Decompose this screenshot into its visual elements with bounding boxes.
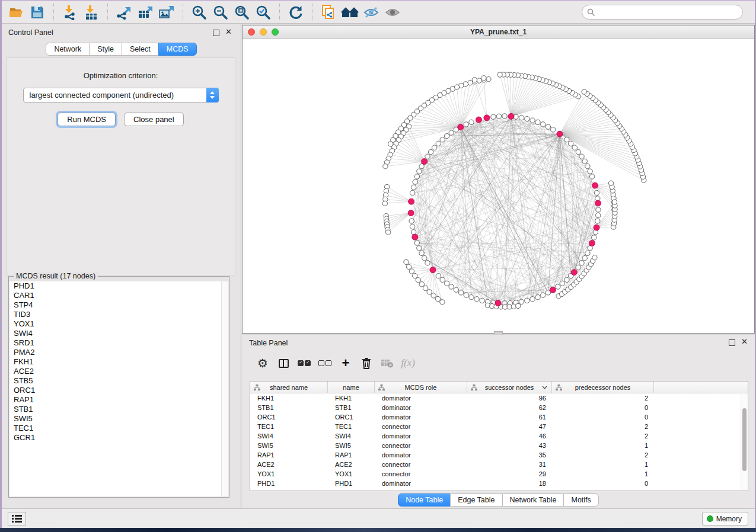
selected-option: largest connected component (undirected) xyxy=(24,91,206,100)
table-row[interactable]: YOX1YOX1connector291 xyxy=(250,469,748,479)
table-scrollbar-thumb[interactable] xyxy=(742,408,747,471)
cell-predecessor-nodes: 2 xyxy=(552,432,654,440)
cell-MCDS-role: connector xyxy=(375,442,467,449)
column-header-successor-nodes[interactable]: successor nodes xyxy=(467,382,552,393)
select-all-icon[interactable] xyxy=(296,355,312,371)
table-settings-gear-icon[interactable]: ⚙ xyxy=(255,355,270,371)
zoom-fit-icon[interactable] xyxy=(232,3,251,22)
float-table-panel-icon[interactable] xyxy=(729,339,735,346)
mcds-result-item[interactable]: CAR1 xyxy=(9,291,228,300)
search-input[interactable] xyxy=(595,8,738,17)
memory-button[interactable]: Memory xyxy=(702,512,748,525)
tab-network[interactable]: Network xyxy=(46,43,90,56)
mcds-list-scrollbar[interactable] xyxy=(221,281,228,496)
export-table-icon[interactable] xyxy=(136,3,155,22)
table-row[interactable]: SWI5SWI5connector431 xyxy=(250,441,748,450)
cell-name: SWI4 xyxy=(328,432,375,440)
mcds-result-list[interactable]: PHD1CAR1STP4TID3YOX1SWI4SRD1PMA2FKH1ACE2… xyxy=(9,281,228,496)
cell-shared-name: YOX1 xyxy=(250,470,328,477)
mcds-result-item[interactable]: SWI5 xyxy=(9,414,228,424)
tab-motifs[interactable]: Motifs xyxy=(563,493,598,507)
mcds-result-item[interactable]: ACE2 xyxy=(9,367,228,376)
column-header-name[interactable]: name xyxy=(328,382,375,393)
optimization-criterion-select[interactable]: largest connected component (undirected) xyxy=(23,88,219,102)
import-table-icon[interactable] xyxy=(82,3,101,22)
table-scrollbar[interactable] xyxy=(741,394,747,490)
table-row[interactable]: STB1STB1dominator620 xyxy=(250,403,748,412)
zoom-in-icon[interactable] xyxy=(190,3,209,22)
tab-select[interactable]: Select xyxy=(122,43,159,56)
window-edge-top xyxy=(0,0,756,1)
tab-network-table[interactable]: Network Table xyxy=(502,493,564,507)
hide-selected-icon[interactable] xyxy=(362,3,381,22)
table-row[interactable]: TEC1TEC1connector472 xyxy=(250,422,748,431)
save-session-icon[interactable] xyxy=(28,3,47,22)
network-canvas[interactable] xyxy=(243,39,754,333)
toolbar-separator xyxy=(53,4,54,21)
mcds-result-item[interactable]: SRD1 xyxy=(9,338,228,348)
float-panel-icon[interactable] xyxy=(213,30,219,36)
show-columns-icon[interactable] xyxy=(276,355,291,371)
table-row[interactable]: ACE2ACE2connector311 xyxy=(250,460,748,469)
mcds-result-item[interactable]: TEC1 xyxy=(9,424,228,433)
export-image-icon[interactable] xyxy=(157,3,176,22)
cell-MCDS-role: connector xyxy=(375,470,467,477)
tab-style[interactable]: Style xyxy=(89,43,122,56)
mcds-result-item[interactable]: PMA2 xyxy=(9,348,228,357)
tab-mcds[interactable]: MCDS xyxy=(158,43,197,56)
task-history-icon[interactable] xyxy=(8,512,26,525)
mcds-result-item[interactable]: FKH1 xyxy=(9,357,228,367)
network-window-titlebar[interactable]: YPA_prune.txt_1 xyxy=(243,25,754,39)
search-field[interactable] xyxy=(582,5,743,20)
add-column-icon[interactable]: + xyxy=(338,355,353,371)
mcds-result-item[interactable]: STP4 xyxy=(9,300,228,310)
show-all-icon[interactable] xyxy=(383,3,402,22)
memory-status-icon xyxy=(707,515,713,522)
zoom-selected-icon[interactable] xyxy=(254,3,273,22)
cell-shared-name: PHD1 xyxy=(250,480,328,487)
column-header-shared-name[interactable]: shared name xyxy=(250,382,328,393)
mcds-result-item[interactable]: STB1 xyxy=(9,405,228,414)
table-panel-title: Table Panel xyxy=(249,339,288,347)
deselect-all-icon[interactable] xyxy=(317,355,333,371)
close-table-panel-icon[interactable]: ✕ xyxy=(741,338,748,346)
mcds-result-item[interactable]: STB5 xyxy=(9,376,228,386)
import-network-icon[interactable] xyxy=(60,3,79,22)
select-stepper-icon xyxy=(206,88,219,102)
cell-name: FKH1 xyxy=(328,395,375,402)
column-header-MCDS-role[interactable]: MCDS role xyxy=(375,382,467,393)
column-header-predecessor-nodes[interactable]: predecessor nodes xyxy=(552,382,654,393)
table-row[interactable]: SWI4SWI4dominator462 xyxy=(250,431,748,441)
tab-node-table[interactable]: Node Table xyxy=(398,493,451,507)
copy-style-icon[interactable] xyxy=(319,3,338,22)
mcds-result-item[interactable]: YOX1 xyxy=(9,319,228,329)
main-toolbar xyxy=(2,1,755,24)
mcds-result-title: MCDS result (17 nodes) xyxy=(14,272,98,280)
mcds-result-item[interactable]: RAP1 xyxy=(9,395,228,405)
mcds-result-item[interactable]: SWI4 xyxy=(9,329,228,338)
mcds-result-item[interactable]: PHD1 xyxy=(9,281,228,291)
close-panel-button[interactable]: Close panel xyxy=(124,113,184,126)
mcds-result-item[interactable]: GCR1 xyxy=(9,433,228,443)
cell-successor-nodes: 43 xyxy=(467,442,552,449)
open-file-icon[interactable] xyxy=(7,3,25,22)
cell-MCDS-role: dominator xyxy=(375,451,467,459)
table-row[interactable]: PHD1PHD1dominator180 xyxy=(250,479,748,488)
refresh-layout-icon[interactable] xyxy=(286,3,305,22)
table-row[interactable]: ORC1ORC1dominator610 xyxy=(250,412,748,422)
delete-column-icon[interactable] xyxy=(359,355,374,371)
export-network-icon[interactable] xyxy=(114,3,133,22)
table-row[interactable]: FKH1FKH1dominator962 xyxy=(250,393,748,403)
table-row[interactable]: RAP1RAP1dominator352 xyxy=(250,450,748,460)
node-table: shared namenameMCDS rolesuccessor nodesp… xyxy=(250,381,748,491)
first-neighbors-icon[interactable] xyxy=(340,3,359,22)
network-view-window: YPA_prune.txt_1 xyxy=(242,25,755,334)
zoom-out-icon[interactable] xyxy=(211,3,230,22)
close-panel-icon[interactable]: ✕ xyxy=(225,28,232,36)
toolbar-separator xyxy=(183,4,183,21)
mcds-result-item[interactable]: ORC1 xyxy=(9,386,228,395)
mcds-result-item[interactable]: TID3 xyxy=(9,310,228,319)
cell-successor-nodes: 35 xyxy=(467,451,552,459)
run-mcds-button[interactable]: Run MCDS xyxy=(58,113,116,126)
tab-edge-table[interactable]: Edge Table xyxy=(450,493,502,507)
